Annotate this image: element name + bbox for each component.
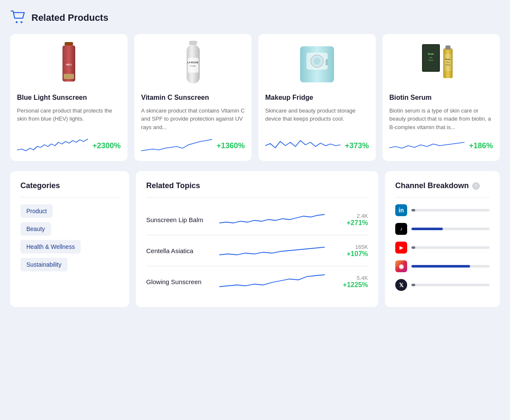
product-desc-vitamin-c: A skincare product that contains Vitamin… xyxy=(141,107,245,132)
svg-point-0 xyxy=(16,21,18,23)
topics-divider xyxy=(146,197,368,197)
product-image-blue-light: HELI xyxy=(17,41,121,87)
cart-icon xyxy=(10,10,26,25)
category-tag-health[interactable]: Health & Wellness xyxy=(20,240,81,254)
product-image-biotin-serum: Biotin Hair Serum Biotin Hair Serum xyxy=(389,41,493,87)
svg-text:Biotin: Biotin xyxy=(445,58,450,60)
svg-text:Serum: Serum xyxy=(446,64,450,66)
topic-count-1: 165K xyxy=(330,244,368,250)
channel-row-linkedin: in xyxy=(395,204,490,216)
channel-bar-track-youtube xyxy=(411,246,490,249)
topic-name-1: Centella Asiatica xyxy=(146,247,214,254)
topic-stats-0: 2.4K +271% xyxy=(330,213,368,227)
channel-bar-fill-instagram xyxy=(411,265,470,268)
channel-bar-twitter xyxy=(411,284,490,286)
svg-text:Hair: Hair xyxy=(447,62,450,63)
channel-title: Channel Breakdown xyxy=(395,181,469,190)
svg-point-1 xyxy=(20,21,23,23)
related-topics-card: Related Topics Sunscreen Lip Balm 2.4K +… xyxy=(136,171,378,307)
channel-bar-track-linkedin xyxy=(411,209,490,211)
page-title: Related Products xyxy=(31,12,108,23)
topic-count-2: 5.4K xyxy=(330,275,368,281)
channel-row-twitter: 𝕏 xyxy=(395,279,490,291)
topic-row-glowing-sunscreen[interactable]: Glowing Sunscreen 5.4K +1225% xyxy=(146,266,368,297)
channel-bar-track-instagram xyxy=(411,265,490,268)
product-name-blue-light: Blue Light Sunscreen xyxy=(17,93,121,102)
channel-rows: in ♪ ▶ xyxy=(395,204,490,291)
product-desc-biotin-serum: Biotin serum is a type of skin care or b… xyxy=(389,107,493,132)
product-card-blue-light[interactable]: HELI Blue Light Sunscreen Personal care … xyxy=(10,34,128,161)
product-name-makeup-fridge: Makeup Fridge xyxy=(265,93,369,102)
svg-rect-7 xyxy=(189,41,197,45)
channel-header: Channel Breakdown ? xyxy=(395,181,490,190)
svg-rect-26 xyxy=(445,45,450,50)
topic-pct-1: +107% xyxy=(347,250,368,257)
categories-divider xyxy=(20,197,119,197)
product-card-makeup-fridge[interactable]: Makeup Fridge Skincare and beauty produc… xyxy=(258,34,376,161)
product-trend-makeup-fridge: +373% xyxy=(265,137,369,154)
product-desc-makeup-fridge: Skincare and beauty product storage devi… xyxy=(265,107,369,132)
category-tag-beauty[interactable]: Beauty xyxy=(20,222,51,236)
svg-text:Hair: Hair xyxy=(429,56,433,59)
product-trend-blue-light: +2300% xyxy=(17,137,121,154)
page-header: Related Products xyxy=(10,10,500,25)
product-name-vitamin-c: Vitamin C Sunscreen xyxy=(141,93,245,102)
product-trend-vitamin-c: +1360% xyxy=(141,137,245,154)
svg-text:POSAY: POSAY xyxy=(190,65,196,67)
youtube-icon: ▶ xyxy=(395,242,407,254)
channel-bar-fill-linkedin xyxy=(411,209,415,211)
channel-bar-fill-tiktok xyxy=(411,228,443,230)
channel-row-instagram: ◉ xyxy=(395,260,490,272)
tiktok-icon: ♪ xyxy=(395,223,407,235)
related-topics-title: Related Topics xyxy=(146,181,368,190)
svg-text:Biotin: Biotin xyxy=(428,53,434,55)
channel-bar-fill-twitter xyxy=(411,284,415,286)
svg-rect-2 xyxy=(65,42,73,45)
category-tag-sustainability[interactable]: Sustainability xyxy=(20,258,68,271)
channel-bar-fill-youtube xyxy=(411,246,415,249)
svg-text:Serum: Serum xyxy=(428,59,434,61)
trend-pct-vitamin-c: +1360% xyxy=(216,141,245,150)
topic-name-2: Glowing Sunscreen xyxy=(146,278,214,285)
product-image-makeup-fridge xyxy=(265,41,369,87)
help-icon[interactable]: ? xyxy=(472,182,480,190)
trend-pct-makeup-fridge: +373% xyxy=(345,141,369,150)
categories-card: Categories Product Beauty Health & Welln… xyxy=(10,171,129,307)
channel-row-youtube: ▶ xyxy=(395,242,490,254)
channel-bar-youtube xyxy=(411,246,490,249)
linkedin-icon: in xyxy=(395,204,407,216)
category-tags: Product Beauty Health & Wellness Sustain… xyxy=(20,204,119,271)
svg-rect-18 xyxy=(326,59,328,65)
svg-point-17 xyxy=(314,58,320,65)
svg-text:LA ROCHE: LA ROCHE xyxy=(187,61,199,64)
topic-row-centella-asiatica[interactable]: Centella Asiatica 165K +107% xyxy=(146,235,368,266)
product-name-biotin-serum: Biotin Serum xyxy=(389,93,493,102)
channel-bar-track-twitter xyxy=(411,284,490,286)
topic-stats-2: 5.4K +1225% xyxy=(330,275,368,289)
channel-bar-tiktok xyxy=(411,228,490,230)
products-grid: HELI Blue Light Sunscreen Personal care … xyxy=(10,34,500,161)
topic-row-sunscreen-lip-balm[interactable]: Sunscreen Lip Balm 2.4K +271% xyxy=(146,204,368,235)
bottom-grid: Categories Product Beauty Health & Welln… xyxy=(10,171,500,307)
product-card-vitamin-c[interactable]: LA ROCHE POSAY Vitamin C Sunscreen A ski… xyxy=(134,34,252,161)
svg-rect-5 xyxy=(64,74,74,79)
product-image-vitamin-c: LA ROCHE POSAY xyxy=(141,41,245,87)
channel-row-tiktok: ♪ xyxy=(395,223,490,235)
channel-divider xyxy=(395,197,490,197)
topic-name-0: Sunscreen Lip Balm xyxy=(146,216,214,223)
channel-breakdown-card: Channel Breakdown ? in ♪ xyxy=(385,171,500,307)
channel-bar-linkedin xyxy=(411,209,490,211)
product-card-biotin-serum[interactable]: Biotin Hair Serum Biotin Hair Serum xyxy=(382,34,500,161)
category-tag-product[interactable]: Product xyxy=(20,204,53,218)
channel-bar-instagram xyxy=(411,265,490,268)
svg-text:HELI: HELI xyxy=(66,63,72,66)
twitter-icon: 𝕏 xyxy=(395,279,407,291)
trend-pct-biotin-serum: +186% xyxy=(469,141,493,150)
product-trend-biotin-serum: +186% xyxy=(389,137,493,154)
instagram-icon: ◉ xyxy=(395,260,407,272)
topic-pct-2: +1225% xyxy=(343,281,368,288)
trend-pct-blue-light: +2300% xyxy=(92,141,121,150)
categories-title: Categories xyxy=(20,181,119,190)
topic-count-0: 2.4K xyxy=(330,213,368,219)
topic-stats-1: 165K +107% xyxy=(330,244,368,258)
